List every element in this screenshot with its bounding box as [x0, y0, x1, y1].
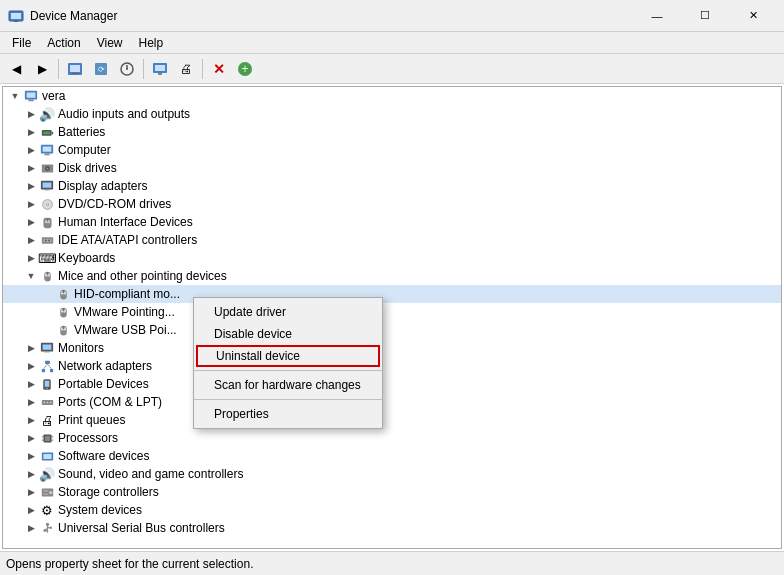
expand-icon: ▼ — [7, 88, 23, 104]
svg-point-27 — [46, 167, 48, 169]
tree-disk-label: Disk drives — [58, 161, 117, 175]
ctx-uninstall-device[interactable]: Uninstall device — [196, 345, 380, 367]
tree-system[interactable]: ▶ ⚙ System devices — [3, 501, 781, 519]
processors-icon — [39, 430, 55, 446]
tree-sound[interactable]: ▶ 🔊 Sound, video and game controllers — [3, 465, 781, 483]
minimize-button[interactable]: — — [634, 2, 680, 30]
tree-network[interactable]: ▶ Network adapters — [3, 357, 781, 375]
svg-rect-80 — [43, 454, 51, 459]
tree-print-label: Print queues — [58, 413, 125, 427]
tree-print[interactable]: ▶ 🖨 Print queues — [3, 411, 781, 429]
tree-usb-label: Universal Serial Bus controllers — [58, 521, 225, 535]
tree-monitors[interactable]: ▶ Monitors — [3, 339, 781, 357]
tree-display[interactable]: ▶ Display adapters — [3, 177, 781, 195]
tree-sound-label: Sound, video and game controllers — [58, 467, 243, 481]
menu-view[interactable]: View — [89, 34, 131, 52]
expand-icon: ▶ — [23, 484, 39, 500]
device-tree[interactable]: ▼ vera ▶ 🔊 Audio inputs and outputs ▶ Ba… — [2, 86, 782, 549]
ctx-update-driver[interactable]: Update driver — [194, 301, 382, 323]
svg-rect-2 — [14, 21, 18, 22]
svg-line-65 — [47, 364, 51, 369]
svg-rect-62 — [41, 368, 44, 371]
toolbar: ◀ ▶ ⟳ 🖨 ✕ + — [0, 54, 784, 84]
expand-icon: ▼ — [23, 268, 39, 284]
computer-icon — [23, 88, 39, 104]
toolbar-computer[interactable] — [148, 57, 172, 81]
tree-storage[interactable]: ▶ Storage controllers — [3, 483, 781, 501]
tree-processors-label: Processors — [58, 431, 118, 445]
ctx-disable-device[interactable]: Disable device — [194, 323, 382, 345]
tree-usb[interactable]: ▶ Universal Serial Bus controllers — [3, 519, 781, 537]
svg-rect-45 — [46, 272, 48, 274]
tree-ide-label: IDE ATA/ATAPI controllers — [58, 233, 197, 247]
svg-text:+: + — [241, 62, 248, 76]
tree-dvd-label: DVD/CD-ROM drives — [58, 197, 171, 211]
svg-point-10 — [126, 68, 128, 70]
expand-icon: ▶ — [23, 358, 39, 374]
tree-root[interactable]: ▼ vera — [3, 87, 781, 105]
tree-portable-label: Portable Devices — [58, 377, 149, 391]
svg-rect-4 — [70, 65, 80, 72]
maximize-button[interactable]: ☐ — [682, 2, 728, 30]
tree-batteries[interactable]: ▶ Batteries — [3, 123, 781, 141]
tree-dvd[interactable]: ▶ DVD/CD-ROM drives — [3, 195, 781, 213]
tree-keyboards[interactable]: ▶ ⌨ Keyboards — [3, 249, 781, 267]
ctx-sep2 — [194, 399, 382, 400]
svg-point-72 — [49, 401, 51, 403]
tree-software[interactable]: ▶ Software devices — [3, 447, 781, 465]
svg-rect-30 — [44, 190, 49, 191]
tree-vmware-pointing[interactable]: VMware Pointing... — [3, 303, 781, 321]
tree-computer-label: Computer — [58, 143, 111, 157]
tree-processors[interactable]: ▶ Processors — [3, 429, 781, 447]
expand-icon: ▶ — [23, 160, 39, 176]
tree-audio[interactable]: ▶ 🔊 Audio inputs and outputs — [3, 105, 781, 123]
expand-icon: ▶ — [23, 178, 39, 194]
svg-rect-1 — [11, 13, 21, 19]
svg-rect-40 — [45, 239, 47, 241]
close-button[interactable]: ✕ — [730, 2, 776, 30]
tree-keyboards-label: Keyboards — [58, 251, 115, 265]
toolbar-scan[interactable] — [115, 57, 139, 81]
toolbar-sep2 — [143, 59, 144, 79]
tree-computer[interactable]: ▶ Computer — [3, 141, 781, 159]
toolbar-add[interactable]: + — [233, 57, 257, 81]
mouse-icon — [55, 286, 71, 302]
display-icon — [39, 178, 55, 194]
toolbar-back[interactable]: ◀ — [4, 57, 28, 81]
status-text: Opens property sheet for the current sel… — [6, 557, 253, 571]
svg-rect-59 — [43, 345, 52, 350]
tree-disk[interactable]: ▶ Disk drives — [3, 159, 781, 177]
ctx-properties[interactable]: Properties — [194, 403, 382, 425]
svg-rect-34 — [43, 217, 51, 228]
toolbar-update[interactable]: ⟳ — [89, 57, 113, 81]
disk-icon — [39, 160, 55, 176]
toolbar-properties[interactable] — [63, 57, 87, 81]
tree-ide[interactable]: ▶ IDE ATA/ATAPI controllers — [3, 231, 781, 249]
svg-line-64 — [43, 364, 47, 369]
svg-point-90 — [49, 526, 51, 528]
tree-hid-mouse[interactable]: HID-compliant mo... — [3, 285, 781, 303]
tree-mice[interactable]: ▼ Mice and other pointing devices — [3, 267, 781, 285]
tree-portable[interactable]: ▶ Portable Devices — [3, 375, 781, 393]
menu-file[interactable]: File — [4, 34, 39, 52]
svg-rect-18 — [28, 100, 33, 102]
toolbar-delete[interactable]: ✕ — [207, 57, 231, 81]
window-controls: — ☐ ✕ — [634, 2, 776, 30]
tree-network-label: Network adapters — [58, 359, 152, 373]
ctx-scan-hardware[interactable]: Scan for hardware changes — [194, 374, 382, 396]
menu-action[interactable]: Action — [39, 34, 88, 52]
vmware-usb-icon — [55, 322, 71, 338]
svg-rect-63 — [49, 368, 52, 371]
tree-hid[interactable]: ▶ Human Interface Devices — [3, 213, 781, 231]
tree-vmware-pointing-label: VMware Pointing... — [74, 305, 175, 319]
print-icon: 🖨 — [39, 412, 55, 428]
svg-rect-20 — [51, 131, 53, 133]
toolbar-print[interactable]: 🖨 — [174, 57, 198, 81]
toolbar-forward[interactable]: ▶ — [30, 57, 54, 81]
tree-vmware-usb[interactable]: VMware USB Poi... — [3, 321, 781, 339]
tree-ports[interactable]: ▶ Ports (COM & LPT) — [3, 393, 781, 411]
svg-rect-88 — [43, 529, 46, 531]
expand-icon: ▶ — [23, 448, 39, 464]
menu-help[interactable]: Help — [131, 34, 172, 52]
vmware-pointing-icon — [55, 304, 71, 320]
